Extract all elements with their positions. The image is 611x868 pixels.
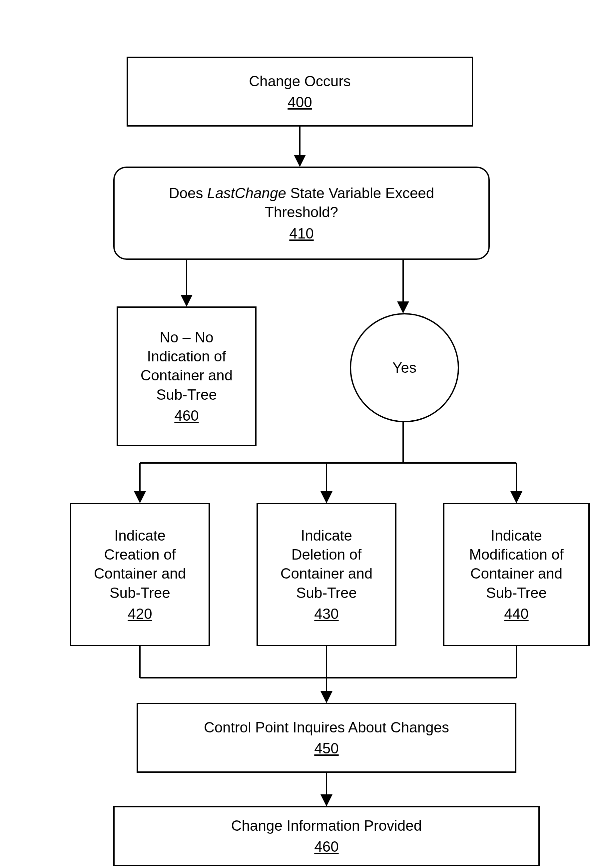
node-label-line2: Indication of xyxy=(147,347,226,366)
node-yes: Yes xyxy=(350,313,459,422)
node-indicate-deletion: Indicate Deletion of Container and Sub-T… xyxy=(256,503,397,646)
node-label-line4: Sub-Tree xyxy=(486,583,547,602)
node-change-info-provided: Change Information Provided 460 xyxy=(113,806,540,866)
node-ref: 410 xyxy=(289,224,313,243)
node-label: Control Point Inquires About Changes xyxy=(204,718,449,737)
node-label-line1: Indicate xyxy=(301,526,352,545)
node-label-line3: Container and xyxy=(141,366,233,385)
node-no-indication: No – No Indication of Container and Sub-… xyxy=(116,307,256,446)
node-label-line3: Container and xyxy=(94,564,186,583)
node-label-line4: Sub-Tree xyxy=(156,385,217,404)
node-label-line3: Container and xyxy=(281,564,372,583)
node-change-occurs: Change Occurs 400 xyxy=(127,57,473,127)
text-italic: LastChange xyxy=(207,185,286,201)
flowchart-canvas: Change Occurs 400 Does LastChange State … xyxy=(0,0,611,868)
node-label-line1: No – No xyxy=(160,328,213,347)
node-label-line4: Sub-Tree xyxy=(296,583,357,602)
node-label-line1: Does LastChange State Variable Exceed xyxy=(169,183,434,203)
node-ref: 430 xyxy=(314,604,338,623)
node-label: Yes xyxy=(392,360,416,376)
node-ref: 460 xyxy=(174,406,198,425)
node-ref: 440 xyxy=(504,604,528,623)
node-control-point-inquires: Control Point Inquires About Changes 450 xyxy=(136,703,516,773)
node-threshold-decision: Does LastChange State Variable Exceed Th… xyxy=(113,167,490,260)
node-ref: 450 xyxy=(314,739,338,758)
node-ref: 420 xyxy=(127,604,152,623)
node-label-line2: Creation of xyxy=(104,545,175,564)
node-indicate-modification: Indicate Modification of Container and S… xyxy=(443,503,590,646)
node-indicate-creation: Indicate Creation of Container and Sub-T… xyxy=(70,503,210,646)
node-label-line2: Modification of xyxy=(469,545,564,564)
node-label: Change Information Provided xyxy=(231,816,422,835)
text-pre: Does xyxy=(169,185,207,201)
node-label-line1: Indicate xyxy=(114,526,166,545)
node-ref: 460 xyxy=(314,837,338,856)
node-label-line2: Deletion of xyxy=(292,545,361,564)
node-label-line2: Threshold? xyxy=(265,203,338,222)
node-label-line1: Indicate xyxy=(491,526,542,545)
text-post: State Variable Exceed xyxy=(286,185,434,201)
node-label-line3: Container and xyxy=(470,564,562,583)
node-ref: 400 xyxy=(287,93,312,112)
node-label-line4: Sub-Tree xyxy=(110,583,170,602)
node-label: Change Occurs xyxy=(249,71,351,91)
